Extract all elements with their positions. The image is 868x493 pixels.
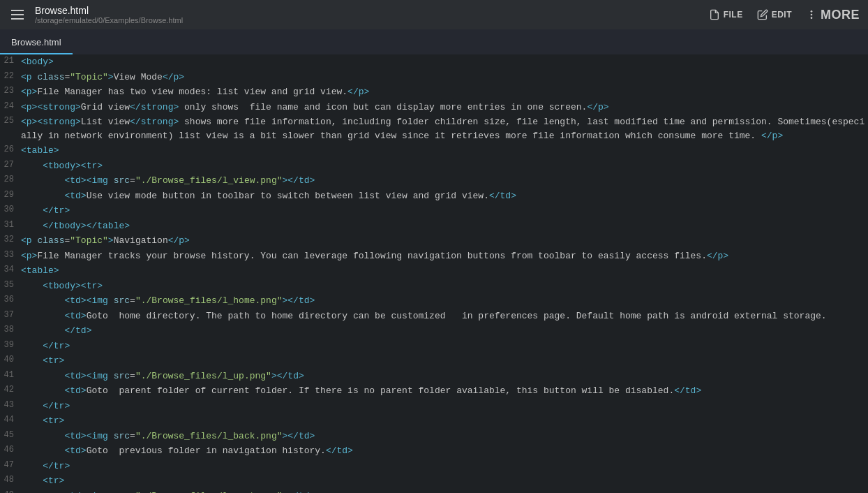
file-path: /storage/emulated/0/Examples/Browse.html bbox=[35, 16, 701, 24]
line-number: 37 bbox=[0, 309, 21, 320]
code-line: 28 <td><img src="./Browse_files/l_view.p… bbox=[0, 173, 868, 189]
code-line: 27 <tbody><tr> bbox=[0, 159, 868, 174]
code-line: 45 <td><img src="./Browse_files/l_back.p… bbox=[0, 429, 868, 444]
line-content: <p>File Manager tracks your browse histo… bbox=[21, 249, 868, 263]
svg-point-2 bbox=[811, 17, 813, 19]
code-line: 44 <tr> bbox=[0, 413, 868, 429]
code-line: 33<p>File Manager tracks your browse his… bbox=[0, 249, 868, 264]
top-actions: FILE EDIT MORE bbox=[709, 8, 860, 22]
code-line: 41 <td><img src="./Browse_files/l_up.png… bbox=[0, 369, 868, 384]
line-content: <p class="Topic">Navigation</p> bbox=[21, 234, 868, 248]
code-line: 31 </tbody></table> bbox=[0, 219, 868, 234]
line-content: </tr> bbox=[21, 459, 868, 473]
line-content: <td>Goto parent folder of current folder… bbox=[21, 384, 868, 398]
line-number: 48 bbox=[0, 474, 21, 485]
edit-button[interactable]: EDIT bbox=[757, 9, 792, 20]
line-number: 26 bbox=[0, 144, 21, 154]
line-content: <tr> bbox=[21, 414, 868, 428]
line-number: 21 bbox=[0, 55, 21, 66]
line-number: 36 bbox=[0, 294, 21, 304]
code-line: 21<body> bbox=[0, 54, 868, 70]
line-number: 32 bbox=[0, 234, 21, 244]
line-number: 40 bbox=[0, 354, 21, 365]
line-content: <body> bbox=[21, 55, 868, 69]
line-content: <td><img src="./Browse_files/l_view.png"… bbox=[21, 174, 868, 188]
file-tab[interactable]: Browse.html bbox=[0, 31, 73, 54]
line-number: 49 bbox=[0, 490, 21, 494]
line-content: <p><strong>List view</strong> shows more… bbox=[21, 115, 868, 142]
line-content: <td><img src="./Browse_files/l_next.png"… bbox=[21, 490, 868, 494]
code-line: 42 <td>Goto parent folder of current fol… bbox=[0, 383, 868, 399]
line-content: <p class="Topic">View Mode</p> bbox=[21, 71, 868, 84]
file-title: Browse.html bbox=[35, 5, 701, 16]
code-line: 48 <tr> bbox=[0, 473, 868, 489]
line-content: <p><strong>Grid view</strong> only shows… bbox=[21, 101, 868, 115]
line-number: 34 bbox=[0, 264, 21, 274]
line-number: 41 bbox=[0, 369, 21, 380]
line-number: 30 bbox=[0, 204, 21, 214]
code-line: 29 <td>Use view mode button in toolbar t… bbox=[0, 189, 868, 204]
line-number: 22 bbox=[0, 71, 21, 81]
svg-point-1 bbox=[811, 14, 813, 16]
line-content: </td> bbox=[21, 324, 868, 338]
line-number: 46 bbox=[0, 444, 21, 455]
file-icon bbox=[709, 9, 720, 20]
title-group: Browse.html /storage/emulated/0/Examples… bbox=[35, 5, 701, 24]
line-number: 25 bbox=[0, 115, 21, 126]
line-content: </tr> bbox=[21, 399, 868, 413]
line-content: </tbody></table> bbox=[21, 219, 868, 233]
line-number: 42 bbox=[0, 384, 21, 395]
line-number: 23 bbox=[0, 85, 21, 96]
code-line: 46 <td>Goto previous folder in navigatio… bbox=[0, 443, 868, 459]
top-bar: Browse.html /storage/emulated/0/Examples… bbox=[0, 0, 868, 29]
line-content: <table> bbox=[21, 264, 868, 278]
code-line: 43 </tr> bbox=[0, 399, 868, 414]
code-area: 21<body>22<p class="Topic">View Mode</p>… bbox=[0, 54, 868, 493]
line-number: 29 bbox=[0, 189, 21, 200]
line-number: 33 bbox=[0, 249, 21, 260]
code-line: 38 </td> bbox=[0, 323, 868, 339]
line-number: 24 bbox=[0, 101, 21, 111]
tab-bar: Browse.html bbox=[0, 29, 868, 54]
line-content: <td><img src="./Browse_files/l_back.png"… bbox=[21, 429, 868, 443]
code-line: 40 <tr> bbox=[0, 353, 868, 369]
line-content: <tr> bbox=[21, 474, 868, 488]
line-number: 35 bbox=[0, 279, 21, 290]
line-content: </tr> bbox=[21, 339, 868, 353]
line-content: <tbody><tr> bbox=[21, 279, 868, 293]
hamburger-menu-icon[interactable] bbox=[8, 7, 27, 22]
file-button[interactable]: FILE bbox=[709, 9, 743, 20]
line-content: <td>Goto previous folder in navigation h… bbox=[21, 444, 868, 458]
code-line: 36 <td><img src="./Browse_files/l_home.p… bbox=[0, 293, 868, 309]
line-content: <td><img src="./Browse_files/l_up.png"><… bbox=[21, 369, 868, 383]
svg-point-0 bbox=[811, 10, 813, 13]
code-line: 23<p>File Manager has two view modes: li… bbox=[0, 84, 868, 100]
line-content: <td><img src="./Browse_files/l_home.png"… bbox=[21, 294, 868, 308]
code-line: 26<table> bbox=[0, 143, 868, 159]
code-line: 25<p><strong>List view</strong> shows mo… bbox=[0, 115, 868, 143]
line-number: 43 bbox=[0, 399, 21, 410]
line-content: <td>Goto home directory. The path to hom… bbox=[21, 309, 868, 323]
line-content: <tbody><tr> bbox=[21, 159, 868, 173]
line-number: 31 bbox=[0, 219, 21, 230]
line-number: 39 bbox=[0, 339, 21, 350]
code-line: 22<p class="Topic">View Mode</p> bbox=[0, 70, 868, 85]
edit-icon bbox=[757, 9, 768, 20]
code-line: 37 <td>Goto home directory. The path to … bbox=[0, 309, 868, 324]
line-number: 27 bbox=[0, 159, 21, 170]
more-icon bbox=[806, 9, 817, 20]
line-content: </tr> bbox=[21, 204, 868, 218]
line-number: 45 bbox=[0, 429, 21, 440]
line-number: 47 bbox=[0, 459, 21, 470]
line-content: <p>File Manager has two view modes: list… bbox=[21, 85, 868, 99]
code-line: 47 </tr> bbox=[0, 459, 868, 474]
code-line: 35 <tbody><tr> bbox=[0, 279, 868, 294]
code-line: 24<p><strong>Grid view</strong> only sho… bbox=[0, 100, 868, 115]
line-content: <td>Use view mode button in toolbar to s… bbox=[21, 189, 868, 203]
code-line: 39 </tr> bbox=[0, 339, 868, 354]
line-number: 44 bbox=[0, 414, 21, 425]
code-line: 49 <td><img src="./Browse_files/l_next.p… bbox=[0, 489, 868, 494]
line-content: <tr> bbox=[21, 354, 868, 368]
more-button[interactable]: MORE bbox=[806, 8, 860, 22]
code-line: 30 </tr> bbox=[0, 203, 868, 219]
